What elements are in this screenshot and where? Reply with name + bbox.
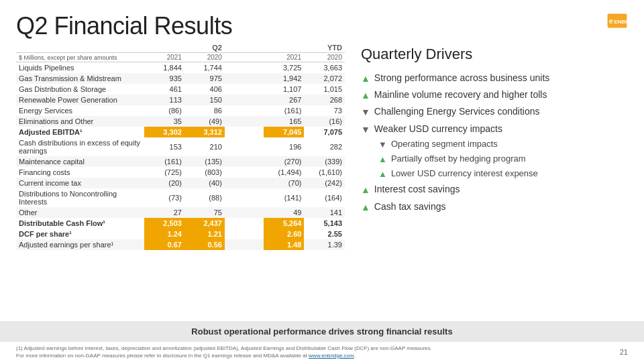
financial-table: Q2 YTD $ Millions, except per share amou… bbox=[16, 43, 345, 250]
svg-text:ENBRIDGE: ENBRIDGE bbox=[614, 19, 628, 25]
sub-driver-text: Operating segment impacts bbox=[391, 139, 498, 150]
logo: e ENBRIDGE bbox=[606, 12, 628, 29]
data-cell: (803) bbox=[184, 167, 225, 178]
footer-note-text: (1) Adjusted earnings before interest, t… bbox=[16, 345, 432, 359]
arrow-down-icon: ▼ bbox=[361, 123, 370, 135]
driver-text: Challenging Energy Services conditions bbox=[374, 105, 540, 117]
bottom-bar: Robust operational performance drives st… bbox=[0, 321, 644, 342]
data-cell: 73 bbox=[304, 105, 345, 116]
driver-list: ▲Strong performance across business unit… bbox=[361, 70, 628, 215]
footer-link[interactable]: www.enbridge.com bbox=[309, 353, 354, 359]
footer-note: (1) Adjusted earnings before interest, t… bbox=[16, 345, 432, 359]
spacer-col bbox=[225, 127, 264, 137]
spacer-col bbox=[225, 167, 264, 178]
data-cell: 35 bbox=[144, 116, 184, 127]
data-cell: 3,302 bbox=[144, 127, 184, 137]
data-cell: 2.55 bbox=[304, 229, 345, 239]
data-cell: (161) bbox=[144, 156, 184, 167]
row-label: Cash distributions in excess of equity e… bbox=[16, 137, 144, 156]
data-cell: 5,143 bbox=[304, 218, 345, 229]
data-cell: 1.48 bbox=[264, 239, 305, 250]
data-cell: 1.21 bbox=[184, 229, 225, 239]
row-label: Distributable Cash Flow¹ bbox=[16, 218, 144, 229]
data-cell: 1,942 bbox=[264, 73, 305, 84]
spacer-col bbox=[225, 116, 264, 127]
q2-group-header: Q2 bbox=[144, 43, 225, 53]
data-cell: 27 bbox=[144, 207, 184, 218]
page-title: Q2 Financial Results bbox=[16, 12, 232, 40]
row-label: Gas Transmission & Midstream bbox=[16, 73, 144, 84]
data-cell: 268 bbox=[304, 95, 345, 105]
enbridge-logo-icon: e ENBRIDGE bbox=[606, 12, 628, 29]
sub-driver-item: ▲Lower USD currency interest expense bbox=[378, 167, 628, 182]
driver-item: ▼Weaker USD currency impacts bbox=[361, 121, 628, 137]
spacer-col bbox=[225, 156, 264, 167]
data-cell: (242) bbox=[304, 178, 345, 188]
table-row: Distributions to Noncontrolling Interest… bbox=[16, 188, 345, 207]
row-label: Liquids Pipelines bbox=[16, 62, 144, 74]
data-cell: 150 bbox=[184, 95, 225, 105]
data-cell: 165 bbox=[264, 116, 305, 127]
driver-text: Strong performance across business units bbox=[374, 72, 549, 84]
ytd-group-header: YTD bbox=[264, 43, 345, 53]
data-cell: 153 bbox=[144, 137, 184, 156]
table-row: DCF per share¹1.241.212.602.55 bbox=[16, 229, 345, 239]
driver-item: ▼Challenging Energy Services conditions bbox=[361, 103, 628, 120]
data-cell: 1,107 bbox=[264, 84, 305, 95]
spacer-col bbox=[225, 229, 264, 239]
driver-text: Mainline volume recovery and higher toll… bbox=[374, 88, 547, 101]
driver-text: Cash tax savings bbox=[374, 200, 446, 213]
ytd-2021-header: 2021 bbox=[264, 53, 305, 62]
table-row: Current income tax(20)(40)(70)(242) bbox=[16, 178, 345, 188]
data-cell: 282 bbox=[304, 137, 345, 156]
data-cell: 75 bbox=[184, 207, 225, 218]
row-label-header bbox=[16, 43, 144, 53]
data-cell: (49) bbox=[184, 116, 225, 127]
bottom-bar-text: Robust operational performance drives st… bbox=[191, 326, 452, 337]
svg-text:e: e bbox=[609, 17, 613, 25]
row-label: Other bbox=[16, 207, 144, 218]
arrow-up-icon: ▲ bbox=[361, 89, 370, 101]
data-cell: 1,015 bbox=[304, 84, 345, 95]
driver-text: Interest cost savings bbox=[374, 183, 460, 195]
data-cell: (1,494) bbox=[264, 167, 305, 178]
table-row: Cash distributions in excess of equity e… bbox=[16, 137, 345, 156]
spacer-col bbox=[225, 207, 264, 218]
driver-text: Weaker USD currency impacts bbox=[374, 123, 502, 135]
top-area: Q2 Financial Results e ENBRIDGE bbox=[0, 0, 644, 43]
arrow-down-icon: ▼ bbox=[361, 106, 370, 118]
table-row: Adjusted EBITDA¹3,3023,3127,0457,075 bbox=[16, 127, 345, 137]
data-cell: (70) bbox=[264, 178, 305, 188]
table-row: Energy Services(86)86(161)73 bbox=[16, 105, 345, 116]
data-cell: (1,610) bbox=[304, 167, 345, 178]
data-cell: (135) bbox=[184, 156, 225, 167]
row-label: Maintenance capital bbox=[16, 156, 144, 167]
data-cell: 2,503 bbox=[144, 218, 184, 229]
data-cell: (339) bbox=[304, 156, 345, 167]
data-cell: 2,437 bbox=[184, 218, 225, 229]
data-cell: (141) bbox=[264, 188, 305, 207]
quarterly-title: Quarterly Drivers bbox=[361, 46, 628, 63]
table-row: Eliminations and Other35(49)165(16) bbox=[16, 116, 345, 127]
data-cell: 0.67 bbox=[144, 239, 184, 250]
arrow-up-icon: ▲ bbox=[361, 184, 370, 196]
data-cell: 5,264 bbox=[264, 218, 305, 229]
data-cell: 7,075 bbox=[304, 127, 345, 137]
sub-arrow-up-icon: ▲ bbox=[378, 154, 387, 166]
data-cell: (725) bbox=[144, 167, 184, 178]
sub-arrow-up-icon: ▲ bbox=[378, 169, 387, 180]
year-header-row: $ Millions, except per share amounts 202… bbox=[16, 53, 345, 62]
driver-item: ▲Strong performance across business unit… bbox=[361, 70, 628, 86]
table-row: Distributable Cash Flow¹2,5032,4375,2645… bbox=[16, 218, 345, 229]
q2-2021-header: 2021 bbox=[144, 53, 184, 62]
data-cell: 49 bbox=[264, 207, 305, 218]
spacer-col bbox=[225, 84, 264, 95]
row-label: Adjusted EBITDA¹ bbox=[16, 127, 144, 137]
data-cell: 210 bbox=[184, 137, 225, 156]
row-label: Energy Services bbox=[16, 105, 144, 116]
data-cell: (73) bbox=[144, 188, 184, 207]
data-cell: (164) bbox=[304, 188, 345, 207]
spacer-col bbox=[225, 73, 264, 84]
data-cell: 3,725 bbox=[264, 62, 305, 74]
data-cell: 3,663 bbox=[304, 62, 345, 74]
